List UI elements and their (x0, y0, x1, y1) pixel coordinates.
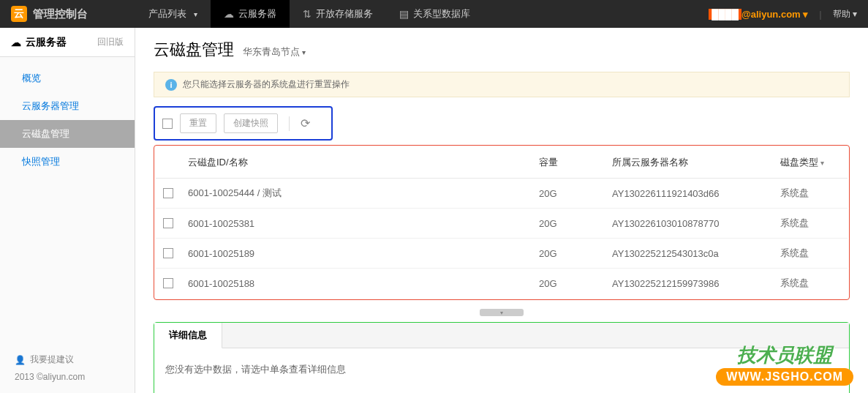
cell-type: 系统盘 (773, 209, 848, 239)
server-icon: ☁ (11, 37, 21, 48)
watermark-text: 技术员联盟 (716, 343, 853, 368)
database-icon: ▤ (399, 8, 409, 20)
cell-disk-id: 6001-10025188 (181, 269, 532, 299)
col-checkbox (156, 147, 181, 179)
help-link[interactable]: 帮助 ▾ (833, 8, 857, 20)
console-title: 管理控制台 (33, 7, 88, 21)
page-title-row: 云磁盘管理 华东青岛节点 (154, 39, 850, 61)
sidebar-item-server-mgmt[interactable]: 云服务器管理 (0, 92, 135, 120)
select-all-checkbox[interactable] (162, 119, 173, 129)
sidebar: ☁ 云服务器 回旧版 概览 云服务器管理 云磁盘管理 快照管理 👤 我要提建议 … (0, 28, 135, 393)
info-bar: i 您只能选择云服务器的系统盘进行重置操作 (154, 72, 850, 97)
cell-server: AY130226103010878770 (605, 209, 773, 239)
cell-server: AY130225212159973986 (605, 269, 773, 299)
region-selector[interactable]: 华东青岛节点 (243, 45, 306, 59)
create-snapshot-button[interactable]: 创建快照 (224, 113, 278, 133)
info-icon: i (165, 79, 177, 91)
cell-disk-id: 6001-10025189 (181, 239, 532, 269)
cell-capacity: 20G (532, 239, 605, 269)
user-email[interactable]: ████@aliyun.com ▾ (709, 9, 808, 20)
cell-disk-id: 6001-10025381 (181, 209, 532, 239)
toolbar-divider (289, 116, 290, 131)
row-checkbox[interactable] (163, 248, 173, 258)
sidebar-title: ☁ 云服务器 (11, 36, 67, 49)
row-checkbox[interactable] (163, 188, 173, 198)
tab-detail-info[interactable]: 详细信息 (154, 323, 222, 348)
cloud-icon: ☁ (224, 8, 234, 20)
email-masked: ████ (709, 9, 741, 20)
table-row[interactable]: 6001-10025188 20G AY130225212159973986 系… (156, 269, 848, 299)
storage-icon: ⇅ (303, 8, 312, 20)
sidebar-item-snapshot-mgmt[interactable]: 快照管理 (0, 148, 135, 176)
top-nav: 产品列表 ☁ 云服务器 ⇅ 开放存储服务 ▤ 关系型数据库 (135, 0, 698, 28)
cell-capacity: 20G (532, 209, 605, 239)
table-row[interactable]: 6001-10025189 20G AY130225212543013c0a 系… (156, 239, 848, 269)
cell-server: AY130226111921403d66 (605, 179, 773, 209)
cell-server: AY130225212543013c0a (605, 239, 773, 269)
sidebar-item-disk-mgmt[interactable]: 云磁盘管理 (0, 120, 135, 148)
divider: | (819, 9, 821, 20)
main-container: ☁ 云服务器 回旧版 概览 云服务器管理 云磁盘管理 快照管理 👤 我要提建议 … (0, 28, 868, 393)
refresh-icon[interactable]: ⟳ (301, 116, 310, 130)
sidebar-item-overview[interactable]: 概览 (0, 64, 135, 92)
sidebar-menu: 概览 云服务器管理 云磁盘管理 快照管理 (0, 57, 135, 343)
sidebar-footer: 👤 我要提建议 2013 ©aliyun.com (0, 343, 135, 393)
old-version-link[interactable]: 回旧版 (97, 36, 124, 48)
person-icon: 👤 (15, 355, 26, 365)
cloud-logo-icon: 云 (11, 6, 27, 22)
toolbar: 重置 创建快照 ⟳ (154, 106, 333, 141)
cell-type: 系统盘 (773, 239, 848, 269)
col-disk-type[interactable]: 磁盘类型 (773, 147, 848, 179)
watermark-url: WWW.JSGHO.COM (716, 368, 853, 386)
col-server[interactable]: 所属云服务器名称 (605, 147, 773, 179)
info-message: 您只能选择云服务器的系统盘进行重置操作 (183, 78, 350, 91)
row-checkbox[interactable] (163, 218, 173, 228)
row-checkbox[interactable] (163, 278, 173, 288)
feedback-link[interactable]: 👤 我要提建议 (15, 353, 120, 366)
top-header: 云 管理控制台 产品列表 ☁ 云服务器 ⇅ 开放存储服务 ▤ 关系型数据库 ██… (0, 0, 868, 28)
cell-capacity: 20G (532, 179, 605, 209)
table-row[interactable]: 6001-10025444 / 测试 20G AY130226111921403… (156, 179, 848, 209)
cell-capacity: 20G (532, 269, 605, 299)
user-section: ████@aliyun.com ▾ | 帮助 ▾ (698, 8, 868, 20)
nav-cloud-server[interactable]: ☁ 云服务器 (211, 0, 290, 28)
nav-product-list[interactable]: 产品列表 (135, 0, 211, 28)
sidebar-header: ☁ 云服务器 回旧版 (0, 28, 135, 57)
nav-storage[interactable]: ⇅ 开放存储服务 (290, 0, 386, 28)
copyright: 2013 ©aliyun.com (15, 372, 120, 382)
col-disk-id[interactable]: 云磁盘ID/名称 (181, 147, 532, 179)
resize-handle[interactable]: ▾ (480, 309, 524, 316)
disk-table: 云磁盘ID/名称 容量 所属云服务器名称 磁盘类型 6001-10025444 … (156, 147, 848, 298)
col-capacity[interactable]: 容量 (532, 147, 605, 179)
logo-section: 云 管理控制台 (0, 6, 135, 22)
disk-table-container: 云磁盘ID/名称 容量 所属云服务器名称 磁盘类型 6001-10025444 … (154, 145, 850, 300)
page-title: 云磁盘管理 (154, 39, 234, 61)
cell-type: 系统盘 (773, 179, 848, 209)
nav-database[interactable]: ▤ 关系型数据库 (386, 0, 483, 28)
content: 云磁盘管理 华东青岛节点 i 您只能选择云服务器的系统盘进行重置操作 重置 创建… (135, 28, 868, 393)
cell-type: 系统盘 (773, 269, 848, 299)
watermark: 技术员联盟 WWW.JSGHO.COM (716, 343, 853, 386)
table-row[interactable]: 6001-10025381 20G AY130226103010878770 系… (156, 209, 848, 239)
cell-disk-id: 6001-10025444 / 测试 (181, 179, 532, 209)
reset-button[interactable]: 重置 (180, 113, 216, 133)
